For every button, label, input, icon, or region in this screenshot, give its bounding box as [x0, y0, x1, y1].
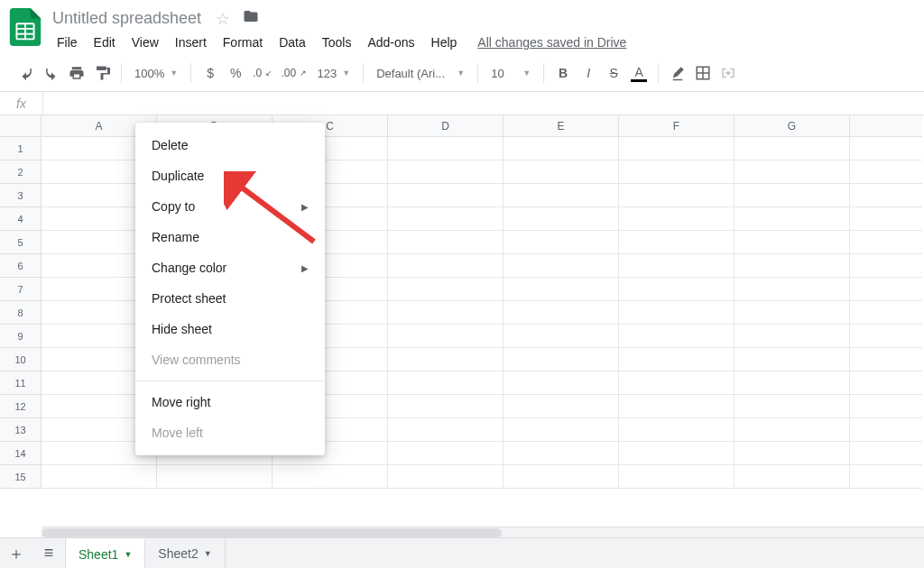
row-header[interactable]: 5	[0, 231, 42, 254]
percent-button[interactable]: %	[224, 60, 247, 86]
ctx-move-right[interactable]: Move right	[135, 387, 325, 417]
cell[interactable]	[735, 278, 850, 301]
sheet-tab-sheet2[interactable]: Sheet2 ▼	[145, 538, 225, 569]
cell[interactable]	[388, 418, 504, 442]
row-header[interactable]: 12	[0, 395, 42, 418]
cell[interactable]	[504, 184, 619, 207]
cell[interactable]	[619, 465, 735, 489]
cell[interactable]	[504, 418, 619, 442]
ctx-copy-to[interactable]: Copy to▶	[135, 191, 325, 222]
select-all-corner[interactable]	[0, 115, 42, 137]
zoom-dropdown[interactable]: 100%▼	[129, 60, 183, 86]
col-header[interactable]: F	[619, 115, 735, 137]
row-header[interactable]: 8	[0, 301, 42, 325]
ctx-protect-sheet[interactable]: Protect sheet	[135, 283, 325, 314]
cell[interactable]	[388, 325, 504, 348]
currency-button[interactable]: $	[199, 60, 222, 86]
menu-help[interactable]: Help	[425, 32, 464, 53]
cell[interactable]	[735, 442, 850, 465]
cell[interactable]	[735, 137, 850, 160]
cell[interactable]	[504, 442, 619, 465]
menu-data[interactable]: Data	[273, 32, 312, 53]
cell[interactable]	[273, 465, 388, 489]
cell[interactable]	[504, 465, 619, 489]
print-button[interactable]	[65, 60, 88, 86]
row-header[interactable]: 11	[0, 371, 42, 395]
cell[interactable]	[504, 160, 619, 184]
col-header[interactable]	[850, 115, 922, 137]
cell[interactable]	[735, 395, 850, 418]
row-header[interactable]: 7	[0, 278, 42, 301]
cell[interactable]	[619, 137, 735, 160]
cell[interactable]	[735, 207, 850, 231]
cell[interactable]	[735, 254, 850, 278]
menu-file[interactable]: File	[51, 32, 84, 53]
cell[interactable]	[388, 442, 504, 465]
cell[interactable]	[735, 465, 850, 489]
increase-decimal-button[interactable]: .00 ↗	[278, 60, 310, 86]
cell[interactable]	[619, 301, 735, 325]
cell[interactable]	[735, 184, 850, 207]
text-color-button[interactable]: A	[627, 60, 651, 86]
cell[interactable]	[504, 207, 619, 231]
cell[interactable]	[504, 231, 619, 254]
fontsize-dropdown[interactable]: 10▼	[485, 60, 536, 86]
cell[interactable]	[619, 395, 735, 418]
menu-edit[interactable]: Edit	[88, 32, 122, 53]
cell[interactable]	[388, 207, 504, 231]
bold-button[interactable]: B	[551, 60, 575, 86]
row-header[interactable]: 6	[0, 254, 42, 278]
cell[interactable]	[157, 465, 273, 489]
cell[interactable]	[619, 442, 735, 465]
cell[interactable]	[850, 301, 922, 325]
cell[interactable]	[388, 231, 504, 254]
ctx-rename[interactable]: Rename	[135, 222, 325, 252]
col-header[interactable]: G	[735, 115, 850, 137]
cell[interactable]	[850, 395, 922, 418]
cell[interactable]	[388, 160, 504, 184]
row-header[interactable]: 13	[0, 418, 42, 442]
cell[interactable]	[850, 207, 922, 231]
menu-format[interactable]: Format	[217, 32, 269, 53]
cell[interactable]	[619, 418, 735, 442]
ctx-hide-sheet[interactable]: Hide sheet	[135, 314, 325, 344]
cell[interactable]	[388, 395, 504, 418]
row-header[interactable]: 3	[0, 184, 42, 207]
col-header[interactable]: D	[388, 115, 504, 137]
ctx-change-color[interactable]: Change color▶	[135, 252, 325, 283]
cell[interactable]	[850, 442, 922, 465]
row-header[interactable]: 4	[0, 207, 42, 231]
cell[interactable]	[504, 254, 619, 278]
menu-view[interactable]: View	[125, 32, 165, 53]
menu-tools[interactable]: Tools	[316, 32, 358, 53]
row-header[interactable]: 10	[0, 348, 42, 371]
cell[interactable]	[850, 160, 922, 184]
menu-insert[interactable]: Insert	[169, 32, 213, 53]
row-header[interactable]: 15	[0, 465, 42, 489]
cell[interactable]	[388, 184, 504, 207]
cell[interactable]	[619, 254, 735, 278]
fill-color-button[interactable]	[666, 60, 689, 86]
cell[interactable]	[619, 348, 735, 371]
cell[interactable]	[504, 395, 619, 418]
save-status[interactable]: All changes saved in Drive	[477, 32, 626, 53]
cell[interactable]	[388, 301, 504, 325]
cell[interactable]	[619, 160, 735, 184]
cell[interactable]	[735, 325, 850, 348]
cell[interactable]	[504, 371, 619, 395]
cell[interactable]	[619, 278, 735, 301]
sheet-tab-sheet1[interactable]: Sheet1 ▼	[66, 538, 145, 569]
cell[interactable]	[504, 278, 619, 301]
cell[interactable]	[388, 465, 504, 489]
cell[interactable]	[850, 231, 922, 254]
cell[interactable]	[735, 160, 850, 184]
row-header[interactable]: 1	[0, 137, 42, 160]
cell[interactable]	[850, 371, 922, 395]
all-sheets-button[interactable]: ≡	[32, 538, 65, 569]
italic-button[interactable]: I	[577, 60, 600, 86]
cell[interactable]	[735, 371, 850, 395]
cell[interactable]	[504, 348, 619, 371]
cell[interactable]	[619, 371, 735, 395]
cell[interactable]	[619, 184, 735, 207]
ctx-delete[interactable]: Delete	[135, 130, 325, 160]
